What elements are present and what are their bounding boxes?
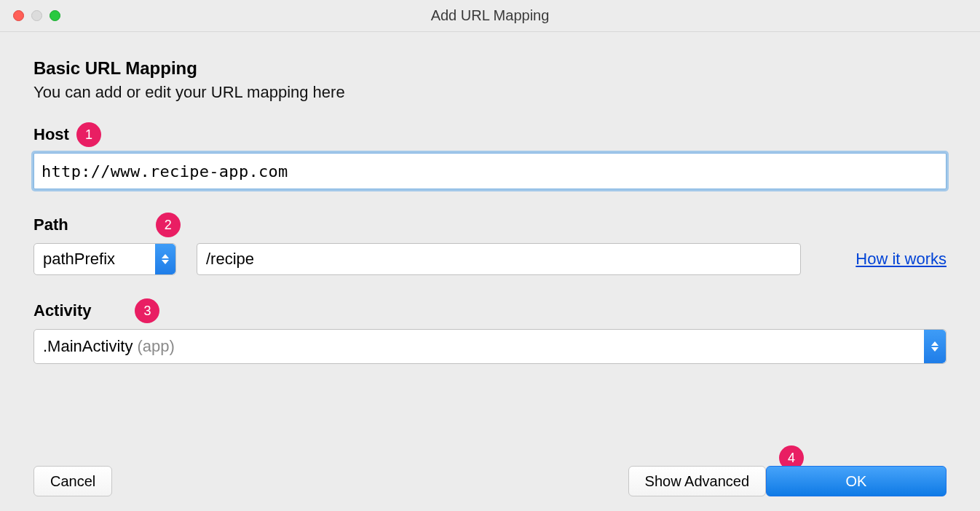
activity-value-suffix: (app) (137, 337, 174, 356)
window-title: Add URL Mapping (0, 7, 980, 24)
section-heading: Basic URL Mapping (33, 58, 947, 79)
path-input[interactable] (197, 243, 801, 275)
path-label-row: Path 2 (33, 213, 947, 237)
activity-label: Activity (33, 301, 91, 320)
show-advanced-button[interactable]: Show Advanced (628, 466, 766, 496)
path-type-select[interactable]: pathPrefix (33, 243, 176, 275)
host-input[interactable] (33, 153, 947, 189)
maximize-window-button[interactable] (50, 10, 60, 21)
close-window-button[interactable] (13, 10, 24, 21)
badge-1: 1 (76, 122, 101, 147)
how-it-works-link[interactable]: How it works (855, 250, 947, 269)
path-label: Path (33, 215, 68, 234)
path-row: pathPrefix How it works (33, 243, 947, 275)
host-label: Host (33, 125, 69, 144)
activity-label-row: Activity 3 (33, 298, 947, 323)
badge-2: 2 (156, 213, 181, 237)
activity-value: .MainActivity (43, 337, 133, 356)
section-subtitle: You can add or edit your URL mapping her… (33, 83, 947, 102)
activity-select[interactable]: .MainActivity (app) (33, 329, 947, 364)
chevron-up-down-icon (155, 244, 175, 274)
ok-button[interactable]: OK (766, 466, 947, 496)
activity-field: Activity 3 .MainActivity (app) (33, 298, 947, 364)
path-type-value: pathPrefix (43, 250, 115, 269)
path-input-wrap (197, 243, 801, 275)
path-field: Path 2 pathPrefix How it works (33, 213, 947, 275)
window-titlebar: Add URL Mapping (0, 0, 980, 32)
cancel-button[interactable]: Cancel (33, 466, 112, 496)
host-label-row: Host 1 (33, 122, 947, 147)
host-field: Host 1 (33, 122, 947, 189)
dialog-footer: Cancel Show Advanced 4 OK (33, 437, 947, 496)
minimize-window-button (31, 10, 42, 21)
traffic-lights (0, 10, 60, 21)
dialog-content: Basic URL Mapping You can add or edit yo… (0, 32, 980, 511)
badge-3: 3 (135, 298, 159, 323)
ok-button-wrap: 4 OK (766, 466, 947, 496)
chevron-up-down-icon (924, 330, 946, 363)
